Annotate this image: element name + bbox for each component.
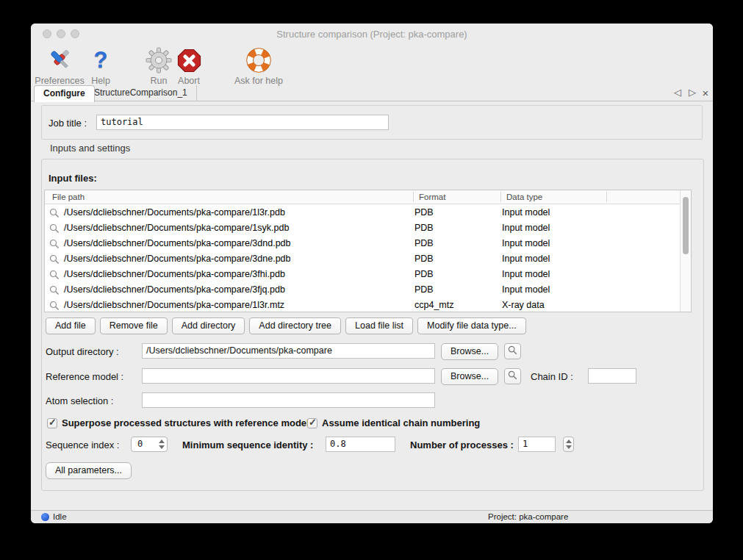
window-title: Structure comparison (Project: pka-compa… [31,24,713,44]
file-data-type: Input model [502,282,550,298]
tab-bar: Configure StructureComparison_1 ◁ ▷ × [31,85,713,101]
chain-id-input[interactable] [588,368,636,384]
num-processes-label: Number of processes : [410,439,514,450]
reference-model-input[interactable] [142,368,435,384]
table-row[interactable]: /Users/dcliebschner/Documents/pka-compar… [45,236,679,251]
tab-close-icon[interactable]: × [700,87,711,99]
reference-model-view-button[interactable] [504,368,521,384]
min-sequence-identity-input[interactable]: 0.8 [326,437,395,452]
column-header-format[interactable]: Format [419,190,445,204]
scrollbar-thumb[interactable] [683,197,689,254]
file-format: ccp4_mtz [414,298,454,313]
table-row[interactable]: /Users/dcliebschner/Documents/pka-compar… [45,220,679,236]
table-row[interactable]: /Users/dcliebschner/Documents/pka-compar… [45,298,679,313]
table-row[interactable]: /Users/dcliebschner/Documents/pka-compar… [45,251,679,267]
superpose-checkbox[interactable]: Superpose processed structures with refe… [47,417,309,428]
output-directory-browse-button[interactable]: Browse... [441,343,498,360]
checkbox-label: Assume identical chain numbering [322,417,480,428]
stepper-arrows-icon[interactable] [566,439,572,450]
spinner-arrows-icon[interactable] [159,439,165,450]
atom-selection-label: Atom selection : [46,395,114,406]
job-title-input[interactable]: tutorial [96,115,389,130]
add-directory-button[interactable]: Add directory [172,317,245,334]
table-row[interactable]: /Users/dcliebschner/Documents/pka-compar… [45,282,679,298]
file-format: PDB [414,236,434,251]
group-label: Inputs and settings [50,143,130,154]
file-format: PDB [414,282,434,298]
tab-configure[interactable]: Configure [34,85,95,102]
num-processes-stepper[interactable] [563,437,574,452]
column-separator [413,192,414,202]
file-path: /Users/dcliebschner/Documents/pka-compar… [64,282,285,298]
lifebuoy-icon [222,46,295,75]
column-header-file-path[interactable]: File path [52,190,85,204]
remove-file-button[interactable]: Remove file [100,317,168,334]
column-header-data-type[interactable]: Data type [506,190,542,204]
tab-next-icon[interactable]: ▷ [686,87,698,98]
file-path: /Users/dcliebschner/Documents/pka-compar… [64,220,289,236]
num-processes-input[interactable]: 1 [518,437,556,452]
tab-prev-icon[interactable]: ◁ [672,87,683,98]
magnifier-icon [508,345,517,358]
toolbar-label: Ask for help [222,76,295,86]
load-file-list-button[interactable]: Load file list [345,317,413,334]
sequence-index-value: 0 [137,437,143,451]
checkbox-checked-icon[interactable] [47,418,57,428]
assume-chain-numbering-checkbox[interactable]: Assume identical chain numbering [307,417,480,428]
output-directory-label: Output directory : [46,346,119,357]
checkbox-label: Superpose processed structures with refe… [62,417,309,428]
file-path: /Users/dcliebschner/Documents/pka-compar… [64,236,291,251]
tab-structurecomparison-1[interactable]: StructureComparison_1 [85,85,197,101]
file-format: PDB [414,267,434,282]
file-path: /Users/dcliebschner/Documents/pka-compar… [64,267,285,282]
column-separator [606,192,607,202]
magnifier-icon [508,370,517,383]
status-text: Idle [53,511,67,523]
add-file-button[interactable]: Add file [46,317,96,334]
table-row[interactable]: /Users/dcliebschner/Documents/pka-compar… [45,267,679,282]
file-format: PDB [414,205,434,220]
output-directory-input[interactable]: /Users/dcliebschner/Documents/pka-compar… [142,343,435,359]
table-scrollbar[interactable] [680,190,691,312]
file-format: PDB [414,251,434,267]
file-path: /Users/dcliebschner/Documents/pka-compar… [64,251,291,267]
checkbox-checked-icon[interactable] [307,418,317,428]
toolbar-item-abort[interactable]: Abort [152,46,226,86]
status-project: Project: pka-compare [488,511,568,523]
toolbar-label: Abort [152,76,226,86]
input-files-label: Input files: [49,173,97,184]
app-window: Structure comparison (Project: pka-compa… [31,24,713,523]
toolbar-item-ask-for-help[interactable]: Ask for help [222,46,295,86]
file-data-type: Input model [502,205,550,220]
file-format: PDB [414,220,434,236]
table-header[interactable]: File path Format Data type [45,190,691,204]
input-files-table[interactable]: File path Format Data type /Users/dclieb… [44,190,692,312]
file-data-type: Input model [502,220,550,236]
output-directory-view-button[interactable] [504,343,521,359]
file-path: /Users/dcliebschner/Documents/pka-compar… [64,298,284,313]
column-separator [500,192,501,202]
all-parameters-button[interactable]: All parameters... [46,462,132,479]
min-sequence-identity-label: Minimum sequence identity : [182,439,313,450]
chain-id-label: Chain ID : [531,371,573,382]
file-data-type: X-ray data [502,298,545,313]
title-bar[interactable]: Structure comparison (Project: pka-compa… [31,24,713,44]
status-bar: Idle Project: pka-compare [31,510,713,523]
file-data-type: Input model [502,267,550,282]
modify-file-data-type-button[interactable]: Modify file data type... [417,317,526,334]
job-title-label: Job title : [49,118,87,129]
sequence-index-spinner[interactable]: 0 [131,437,168,452]
file-path: /Users/dcliebschner/Documents/pka-compar… [64,205,285,220]
magnifier-icon [49,301,60,316]
file-button-row: Add file Remove file Add directory Add d… [46,317,526,334]
atom-selection-input[interactable] [142,392,435,408]
sequence-index-label: Sequence index : [46,439,119,450]
add-directory-tree-button[interactable]: Add directory tree [249,317,341,334]
reference-model-label: Reference model : [46,371,123,382]
stop-icon [152,46,226,75]
status-dot-icon [41,513,49,521]
table-row[interactable]: /Users/dcliebschner/Documents/pka-compar… [45,205,679,220]
file-data-type: Input model [502,251,550,267]
file-data-type: Input model [502,236,550,251]
reference-model-browse-button[interactable]: Browse... [441,368,498,385]
